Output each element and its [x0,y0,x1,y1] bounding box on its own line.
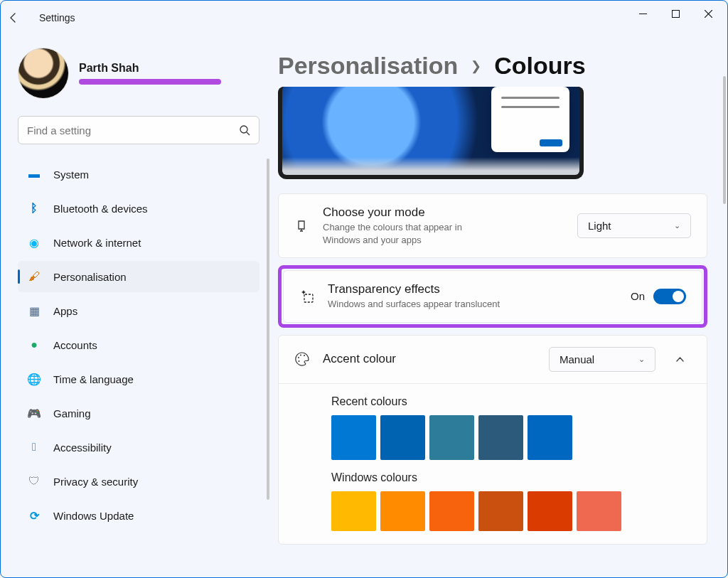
avatar [18,48,69,99]
minimize-button[interactable] [626,2,659,25]
windows-colour-swatch[interactable] [331,491,376,531]
svg-line-3 [247,132,250,135]
search-input[interactable] [27,124,240,137]
sidebar-item-gaming[interactable]: 🎮 Gaming [18,397,259,429]
mode-desc: Change the colours that appear in Window… [323,221,500,246]
recent-colours-label: Recent colours [331,395,691,408]
accent-mode-dropdown[interactable]: Manual ⌄ [549,347,655,372]
svg-point-2 [240,126,247,133]
sidebar-item-time[interactable]: 🌐 Time & language [18,363,259,395]
mode-title: Choose your mode [323,205,564,220]
sidebar-item-label: Personalisation [53,271,127,283]
svg-rect-4 [304,294,313,302]
transparency-title: Transparency effects [328,282,618,296]
close-button[interactable] [692,2,724,25]
accent-title: Accent colour [323,352,536,366]
svg-point-5 [298,357,299,358]
sidebar-item-label: Bluetooth & devices [53,203,148,215]
accounts-icon: ● [26,338,42,351]
sidebar-item-label: Apps [53,305,77,317]
content-pane: Personalisation ❯ Colours Choose your mo… [278,35,727,577]
accent-collapse-button[interactable] [668,348,691,370]
chevron-down-icon: ⌄ [674,221,680,230]
profile-block[interactable]: Parth Shah [18,48,265,99]
sidebar-item-accessibility[interactable]: 𖠋 Accessibility [18,432,259,463]
transparency-highlight: Transparency effects Windows and surface… [278,265,707,328]
breadcrumb-current: Colours [494,52,585,80]
wifi-icon: ◉ [26,236,42,250]
sidebar-item-apps[interactable]: ▦ Apps [18,295,259,326]
search-box[interactable] [18,116,259,144]
svg-point-8 [299,360,300,362]
recent-colour-swatch[interactable] [478,415,523,460]
windows-colours-label: Windows colours [331,471,691,484]
recent-colour-swatch[interactable] [380,415,425,460]
sidebar-item-label: Time & language [53,373,134,385]
accent-card: Accent colour Manual ⌄ Recent colours Wi… [278,335,707,545]
preview-window [491,87,569,152]
accessibility-icon: 𖠋 [26,441,42,454]
windows-colour-swatch[interactable] [478,491,523,531]
sidebar-item-label: Windows Update [53,510,134,522]
recent-colour-swatch[interactable] [429,415,474,460]
windows-colour-swatch[interactable] [528,491,572,531]
svg-rect-1 [672,10,679,17]
transparency-state: On [631,290,645,302]
windows-colour-swatch[interactable] [577,491,621,531]
transparency-toggle[interactable] [653,289,686,304]
sidebar-item-label: System [53,168,89,181]
sidebar-item-system[interactable]: ▬ System [18,159,259,190]
sidebar-scrollbar[interactable] [267,159,269,500]
preview-pane [278,87,584,179]
sidebar-item-label: Accessibility [53,441,112,454]
redacted-email [79,79,221,85]
sidebar-item-accounts[interactable]: ● Accounts [18,329,259,360]
breadcrumb: Personalisation ❯ Colours [278,35,707,87]
sparkle-icon [299,289,315,304]
apps-icon: ▦ [26,304,42,318]
sidebar-item-network[interactable]: ◉ Network & internet [18,227,259,258]
sidebar-item-label: Accounts [53,339,97,351]
mode-selected: Light [588,220,611,232]
maximize-button[interactable] [659,2,692,25]
recent-colour-swatch[interactable] [528,415,572,460]
sidebar: Parth Shah ▬ System ᛒ Bluetooth & device… [1,35,278,577]
update-icon: ⟳ [26,509,42,523]
back-button[interactable] [8,12,36,23]
sidebar-item-personalisation[interactable]: 🖌 Personalisation [18,261,259,292]
app-title: Settings [39,12,75,23]
window-controls [626,2,724,25]
content-scrollbar[interactable] [723,76,726,204]
accent-body: Recent colours Windows colours [279,395,707,544]
sidebar-item-update[interactable]: ⟳ Windows Update [18,500,259,531]
sidebar-item-bluetooth[interactable]: ᛒ Bluetooth & devices [18,193,259,224]
nav-list: ▬ System ᛒ Bluetooth & devices ◉ Network… [18,159,265,531]
sidebar-item-label: Privacy & security [53,476,138,488]
sidebar-item-label: Gaming [53,407,91,419]
chevron-right-icon: ❯ [471,58,481,74]
svg-point-6 [300,355,301,356]
mode-card: Choose your mode Change the colours that… [278,193,707,258]
accent-mode-selected: Manual [560,353,594,365]
palette-icon [294,351,310,367]
brush-icon: 🖌 [26,270,42,283]
gaming-icon: 🎮 [26,407,42,420]
transparency-card: Transparency effects Windows and surface… [283,270,702,323]
shield-icon: 🛡 [26,475,42,488]
windows-colours-row [331,491,691,531]
sidebar-item-label: Network & internet [53,237,141,249]
user-name: Parth Shah [79,62,221,75]
search-icon [240,125,250,136]
breadcrumb-parent[interactable]: Personalisation [278,52,458,80]
recent-colour-swatch[interactable] [331,415,376,460]
sidebar-item-privacy[interactable]: 🛡 Privacy & security [18,466,259,497]
windows-colour-swatch[interactable] [380,491,425,531]
chevron-down-icon: ⌄ [638,355,645,364]
recent-colours-row [331,415,691,460]
bluetooth-icon: ᛒ [26,202,42,215]
svg-point-7 [304,355,305,356]
mode-dropdown[interactable]: Light ⌄ [577,213,691,238]
titlebar: Settings [1,1,727,35]
windows-colour-swatch[interactable] [429,491,474,531]
globe-icon: 🌐 [26,373,42,386]
